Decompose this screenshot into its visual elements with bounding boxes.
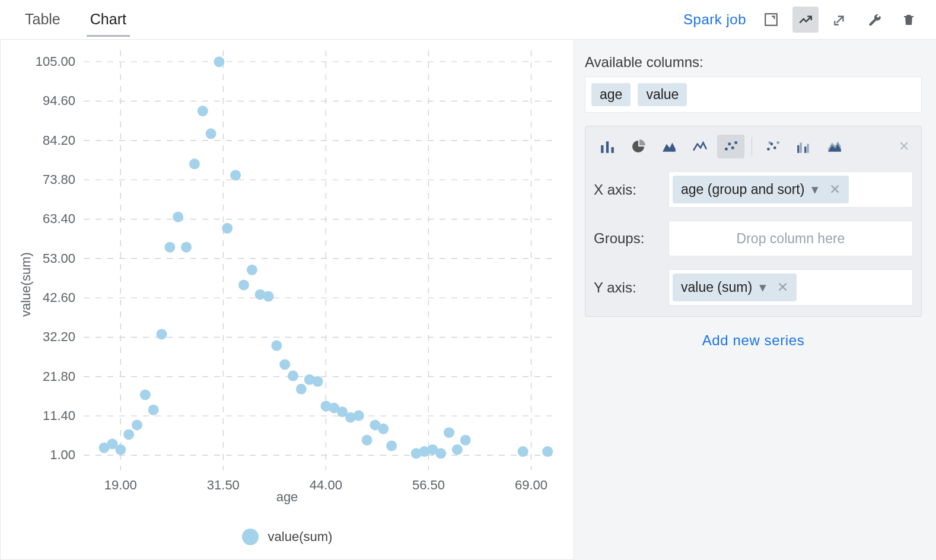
column-chip-value[interactable]: value — [638, 83, 687, 106]
svg-text:11.40: 11.40 — [43, 408, 75, 423]
available-columns: age value — [585, 77, 922, 113]
yaxis-label: Y axis: — [594, 279, 659, 296]
svg-text:21.80: 21.80 — [43, 369, 75, 384]
svg-rect-78 — [601, 145, 603, 153]
svg-text:32.20: 32.20 — [43, 329, 75, 344]
svg-point-48 — [222, 223, 233, 234]
svg-rect-90 — [797, 145, 799, 153]
svg-text:94.60: 94.60 — [43, 93, 75, 108]
svg-text:1.00: 1.00 — [50, 447, 75, 462]
chart-type-grouped-bar-icon[interactable] — [790, 135, 817, 158]
svg-point-41 — [164, 242, 175, 253]
svg-point-42 — [173, 212, 183, 222]
svg-point-73 — [444, 427, 454, 438]
chart-type-area-icon[interactable] — [655, 135, 683, 158]
svg-point-38 — [140, 389, 151, 400]
svg-point-64 — [354, 411, 364, 421]
chart-type-scatter-icon[interactable] — [717, 135, 744, 158]
svg-point-39 — [148, 405, 159, 415]
svg-point-55 — [279, 359, 290, 370]
svg-point-85 — [767, 148, 770, 151]
xaxis-slot[interactable]: age (group and sort) ▾ ✕ — [668, 171, 913, 208]
series-close-icon[interactable]: ✕ — [895, 136, 913, 157]
chart-pane: value(sum) 1.0011.4021.8032.2042.6053.00… — [0, 39, 574, 560]
add-series-link[interactable]: Add new series — [702, 332, 805, 348]
config-panel: Available columns: age value ✕ — [574, 39, 936, 560]
xaxis-pill[interactable]: age (group and sort) ▾ ✕ — [673, 176, 849, 203]
chart-type-stacked-area-icon[interactable] — [821, 135, 848, 158]
svg-point-77 — [542, 446, 553, 457]
svg-point-47 — [214, 56, 224, 67]
svg-point-44 — [189, 158, 200, 169]
svg-rect-0 — [765, 14, 777, 26]
svg-point-46 — [206, 128, 217, 139]
svg-point-59 — [313, 376, 323, 387]
tab-table[interactable]: Table — [21, 2, 64, 37]
expand-icon[interactable] — [758, 7, 784, 33]
svg-rect-92 — [804, 147, 806, 153]
svg-text:73.80: 73.80 — [43, 172, 75, 187]
trash-icon[interactable] — [896, 7, 922, 33]
svg-point-56 — [288, 371, 298, 381]
scatter-plot: 1.0011.4021.8032.2042.6053.0063.4073.808… — [1, 40, 574, 559]
wrench-icon[interactable] — [861, 7, 887, 33]
chart-type-pie-icon[interactable] — [625, 135, 652, 158]
yaxis-slot[interactable]: value (sum) ▾ ✕ — [668, 269, 913, 306]
chart-type-bar-icon[interactable] — [594, 135, 621, 158]
svg-point-53 — [263, 291, 273, 302]
svg-rect-79 — [606, 141, 609, 153]
svg-point-51 — [247, 265, 257, 275]
svg-point-37 — [132, 419, 142, 430]
svg-text:42.60: 42.60 — [43, 290, 75, 305]
legend: value(sum) — [1, 529, 574, 545]
yaxis-pill[interactable]: value (sum) ▾ ✕ — [673, 273, 797, 301]
yaxis-pill-text: value (sum) — [681, 279, 752, 295]
spark-job-link[interactable]: Spark job — [683, 11, 746, 28]
series-config: ✕ X axis: age (group and sort) ▾ ✕ Group… — [585, 126, 922, 317]
svg-point-35 — [115, 444, 126, 455]
chevron-down-icon[interactable]: ▾ — [759, 279, 766, 295]
svg-text:53.00: 53.00 — [43, 251, 75, 266]
legend-marker — [242, 529, 259, 545]
svg-point-67 — [378, 424, 389, 434]
svg-rect-91 — [800, 143, 802, 153]
svg-point-89 — [768, 141, 771, 144]
svg-point-50 — [238, 279, 249, 290]
groups-label: Groups: — [594, 230, 659, 247]
groups-placeholder: Drop column here — [673, 231, 909, 247]
svg-rect-80 — [612, 147, 614, 153]
chart-type-row: ✕ — [594, 135, 913, 158]
chart-mode-icon[interactable] — [792, 7, 819, 33]
remove-yaxis-icon[interactable]: ✕ — [777, 279, 788, 295]
add-series: Add new series — [585, 332, 922, 349]
column-chip-age[interactable]: age — [591, 83, 631, 106]
svg-point-72 — [435, 448, 446, 459]
xaxis-label: X axis: — [594, 182, 659, 198]
svg-point-68 — [386, 441, 397, 451]
svg-text:105.00: 105.00 — [36, 54, 75, 69]
svg-point-36 — [123, 429, 134, 440]
svg-point-40 — [157, 329, 167, 339]
view-tabs: Table Chart — [14, 2, 130, 37]
available-columns-label: Available columns: — [585, 54, 922, 71]
svg-point-76 — [518, 446, 529, 457]
x-axis-label: age — [1, 489, 574, 505]
legend-label: value(sum) — [268, 529, 333, 545]
chart-type-scatter-multi-icon[interactable] — [759, 135, 787, 158]
remove-xaxis-icon[interactable]: ✕ — [829, 182, 841, 198]
tab-chart[interactable]: Chart — [87, 2, 130, 37]
popout-icon[interactable] — [827, 7, 853, 33]
svg-text:84.20: 84.20 — [43, 133, 75, 148]
svg-point-81 — [725, 148, 728, 151]
svg-point-75 — [460, 435, 471, 446]
chevron-down-icon[interactable]: ▾ — [811, 182, 819, 198]
svg-point-82 — [728, 142, 731, 145]
svg-point-83 — [731, 147, 734, 149]
svg-point-57 — [296, 384, 307, 394]
groups-slot[interactable]: Drop column here — [668, 221, 913, 256]
svg-point-43 — [181, 242, 192, 253]
svg-point-84 — [734, 141, 737, 144]
svg-point-87 — [773, 147, 776, 149]
chart-type-line-icon[interactable] — [686, 135, 714, 158]
svg-text:63.40: 63.40 — [43, 211, 75, 226]
